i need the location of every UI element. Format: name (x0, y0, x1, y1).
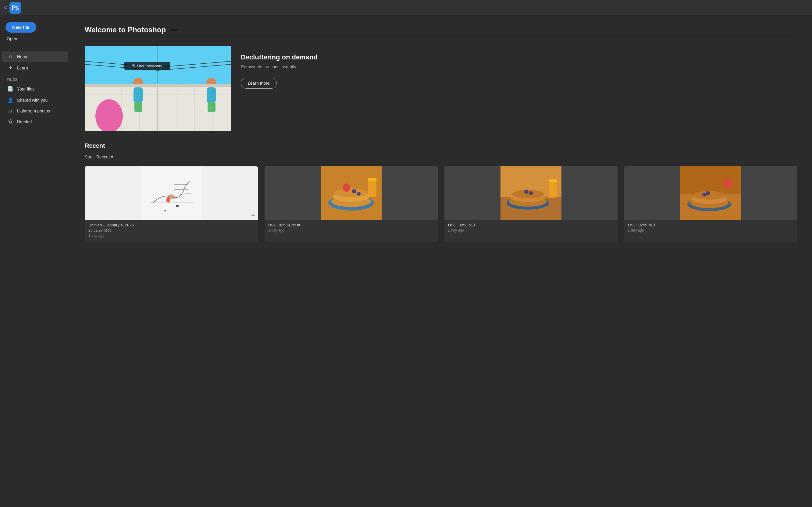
file-card-0[interactable]: ☁ Untitled - January 4, 2025 23.52.20.ps… (85, 166, 258, 242)
app-layout: New file Open ⌂ Home ✦ Learn FILES 📄 You… (0, 16, 812, 507)
sort-divider (117, 154, 117, 160)
sort-dropdown[interactable]: Recent ▾ (96, 155, 113, 159)
file-name-0: Untitled - January 4, 2025 (89, 223, 254, 227)
svg-point-45 (334, 188, 368, 198)
sidebar-item-home[interactable]: ⌂ Home (2, 52, 68, 62)
file-date-3: 1 day ago (628, 228, 794, 232)
welcome-badge (170, 29, 177, 31)
file-name-1: DSC_0253-Edit.tif (268, 223, 434, 227)
svg-point-59 (529, 191, 533, 195)
main-content: Welcome to Photoshop (70, 16, 812, 507)
svg-point-58 (524, 189, 529, 194)
learn-icon: ✦ (7, 65, 13, 71)
page-title: Welcome to Photoshop (85, 25, 166, 34)
svg-point-40 (164, 210, 166, 212)
sidebar-item-deleted-label: Deleted (17, 119, 32, 124)
learn-more-button[interactable]: Learn more (241, 78, 277, 89)
file-icon: 📄 (7, 86, 13, 92)
sort-value: Recent (96, 155, 110, 159)
hero-banner: 🔍 Find distractions Decluttering on dema… (85, 46, 797, 131)
new-file-button[interactable]: New file (5, 22, 36, 33)
sort-label: Sort (85, 155, 93, 159)
file-thumbnail-1 (265, 166, 438, 220)
sidebar-divider-1 (5, 48, 65, 48)
file-name-3: DSC_0255.NEF (628, 223, 794, 227)
hero-description: Remove distractions instantly. (241, 64, 797, 69)
file-meta-3: DSC_0255.NEF 1 day ago (624, 220, 797, 237)
file-meta-1: DSC_0253-Edit.tif 1 day ago (265, 220, 438, 237)
recent-title: Recent (85, 142, 797, 149)
svg-point-39 (176, 205, 179, 207)
svg-rect-23 (158, 84, 231, 87)
sidebar-item-shared-label: Shared with you (17, 98, 48, 103)
svg-rect-18 (134, 102, 142, 112)
file-subname-0: 23.52.20.psdc (89, 228, 254, 232)
welcome-divider (85, 40, 797, 40)
lightroom-icon: Lr (7, 109, 13, 113)
files-section-label: FILES (0, 73, 70, 83)
svg-rect-20 (207, 88, 216, 102)
svg-point-48 (352, 189, 356, 193)
sidebar-item-your-files-label: Your files (17, 87, 35, 92)
svg-rect-50 (368, 178, 376, 197)
file-card-2[interactable]: DSC_0253.NEF 1 day ago (444, 166, 617, 242)
sidebar-item-learn-label: Learn (17, 65, 28, 70)
sidebar-item-lightroom-photos[interactable]: Lr Lightroom photos (2, 106, 68, 116)
sidebar-item-your-files[interactable]: 📄 Your files (2, 83, 68, 94)
file-date-2: 1 day ago (448, 228, 614, 232)
file-meta-2: DSC_0253.NEF 1 day ago (444, 220, 617, 237)
svg-rect-61 (549, 179, 556, 182)
svg-point-15 (95, 99, 123, 131)
recent-section: Recent Sort Recent ▾ ↓ (85, 142, 797, 242)
sidebar-item-learn[interactable]: ✦ Learn (2, 62, 68, 73)
svg-text:🔍 Find distractions: 🔍 Find distractions (132, 64, 162, 68)
shared-icon: 👤 (7, 97, 13, 103)
hero-text: Decluttering on demand Remove distractio… (241, 46, 797, 89)
svg-rect-30 (141, 166, 202, 220)
hero-title: Decluttering on demand (241, 53, 797, 61)
topbar: < Ps (0, 0, 812, 16)
svg-rect-47 (346, 183, 347, 186)
svg-point-70 (706, 191, 710, 195)
file-thumbnail-0: ☁ (85, 166, 258, 220)
file-card-1[interactable]: DSC_0253-Edit.tif 1 day ago (265, 166, 438, 242)
svg-point-33 (166, 197, 170, 203)
open-link[interactable]: Open (7, 36, 64, 41)
sidebar-item-home-label: Home (17, 54, 29, 59)
file-date-1: 1 day ago (268, 228, 434, 232)
sidebar: New file Open ⌂ Home ✦ Learn FILES 📄 You… (0, 16, 70, 507)
sidebar-item-shared-with-you[interactable]: 👤 Shared with you (2, 95, 68, 105)
file-name-2: DSC_0253.NEF (448, 223, 614, 227)
file-date-0: 1 day ago (89, 233, 254, 238)
file-grid: ☁ Untitled - January 4, 2025 23.52.20.ps… (85, 166, 797, 242)
app-logo: Ps (9, 2, 21, 14)
svg-point-71 (702, 193, 706, 196)
sidebar-item-lightroom-label: Lightroom photos (17, 108, 50, 113)
home-icon: ⌂ (7, 54, 13, 59)
svg-rect-21 (208, 102, 216, 112)
svg-rect-22 (85, 84, 158, 87)
welcome-header: Welcome to Photoshop (85, 25, 797, 34)
file-meta-0: Untitled - January 4, 2025 23.52.20.psdc… (85, 220, 258, 242)
sort-chevron-icon: ▾ (111, 155, 113, 159)
trash-icon: 🗑 (7, 119, 13, 124)
back-button[interactable]: < (4, 5, 7, 11)
svg-point-49 (357, 192, 361, 195)
svg-rect-17 (133, 88, 143, 102)
sidebar-item-deleted[interactable]: 🗑 Deleted (2, 116, 68, 127)
svg-rect-51 (368, 178, 376, 181)
file-thumbnail-2 (444, 166, 617, 220)
sort-direction-button[interactable]: ↓ (121, 154, 123, 160)
sort-bar: Sort Recent ▾ ↓ (85, 154, 797, 160)
svg-rect-63 (680, 166, 741, 194)
cloud-icon-0: ☁ (251, 212, 256, 217)
file-thumbnail-3 (624, 166, 797, 220)
svg-rect-60 (549, 180, 556, 198)
svg-rect-69 (727, 178, 728, 181)
hero-image: 🔍 Find distractions (85, 46, 231, 131)
file-card-3[interactable]: DSC_0255.NEF 1 day ago (624, 166, 797, 242)
